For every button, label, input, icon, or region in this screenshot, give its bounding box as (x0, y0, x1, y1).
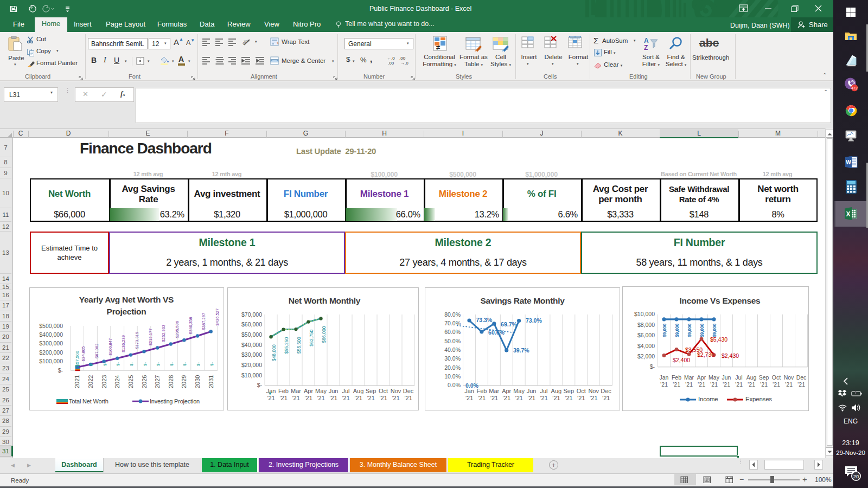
svg-text:$10,000: $10,000 (634, 311, 655, 317)
svg-text:$2,430: $2,430 (722, 352, 739, 359)
svg-text:80.0%: 80.0% (444, 311, 461, 318)
svg-text:Oct: Oct (772, 374, 781, 381)
svg-text:’21: ’21 (279, 395, 288, 401)
svg-text:’21: ’21 (565, 395, 573, 401)
svg-text:$252,903: $252,903 (161, 325, 166, 342)
svg-text:$500,000: $500,000 (39, 323, 63, 329)
svg-text:2021: 2021 (74, 375, 80, 388)
svg-text:$-: $- (143, 362, 148, 366)
svg-text:$55,500: $55,500 (296, 337, 302, 354)
svg-text:Oct: Oct (577, 388, 586, 394)
svg-text:’21: ’21 (515, 395, 523, 401)
svg-text:’21: ’21 (785, 381, 793, 388)
svg-text:Dec: Dec (403, 388, 414, 394)
svg-text:Sep: Sep (564, 388, 575, 394)
svg-text:Aug: Aug (551, 388, 562, 394)
svg-text:Nov: Nov (784, 374, 794, 381)
svg-text:60.6%: 60.6% (488, 329, 505, 336)
svg-text:’21: ’21 (590, 395, 598, 401)
svg-text:2031: 2031 (208, 375, 214, 388)
svg-text:Nov: Nov (391, 388, 401, 394)
svg-text:May: May (513, 388, 525, 394)
svg-text:$50,000: $50,000 (241, 331, 262, 338)
svg-text:73.0%: 73.0% (526, 317, 542, 324)
svg-text:Savings Rate Monthly: Savings Rate Monthly (480, 296, 565, 305)
svg-text:$340,358: $340,358 (188, 317, 193, 335)
svg-text:Jun: Jun (722, 374, 731, 381)
svg-text:$200,000: $200,000 (39, 349, 63, 356)
svg-text:20: 20 (853, 473, 859, 479)
svg-text:Mar: Mar (684, 374, 694, 381)
svg-text:$9,000: $9,000 (687, 323, 692, 337)
svg-text:$100,847: $100,847 (108, 338, 113, 356)
svg-text:60.0%: 60.0% (444, 329, 461, 335)
svg-text:Jul: Jul (540, 388, 547, 394)
svg-text:$387,297: $387,297 (201, 313, 206, 330)
svg-text:2025: 2025 (127, 375, 134, 388)
svg-text:50.0%: 50.0% (444, 338, 461, 344)
svg-text:Apr: Apr (304, 388, 313, 394)
svg-text:’21: ’21 (660, 381, 668, 388)
svg-text:’21: ’21 (329, 395, 337, 401)
svg-text:$9,000: $9,000 (675, 323, 680, 337)
svg-text:Income Vs Expenses: Income Vs Expenses (680, 296, 761, 305)
svg-text:Nov: Nov (588, 388, 599, 394)
svg-text:2027: 2027 (154, 375, 161, 388)
svg-text:Jun: Jun (329, 388, 339, 394)
svg-text:Investing Projection: Investing Projection (150, 398, 200, 404)
svg-text:Apr: Apr (502, 388, 511, 394)
svg-text:$10,000: $10,000 (241, 372, 262, 378)
svg-text:’21: ’21 (773, 381, 780, 388)
svg-text:$295,596: $295,596 (175, 321, 180, 338)
svg-text:’21: ’21 (317, 395, 325, 401)
svg-text:$-: $- (116, 362, 120, 366)
svg-text:$4,000: $4,000 (637, 343, 655, 349)
svg-text:2030: 2030 (194, 375, 201, 388)
svg-text:Net Worth Monthly: Net Worth Monthly (289, 296, 361, 305)
svg-text:Dec: Dec (601, 388, 611, 394)
svg-text:Feb: Feb (278, 388, 289, 394)
svg-text:Jul: Jul (342, 388, 349, 394)
svg-text:$30,000: $30,000 (241, 351, 262, 358)
svg-text:✱: ✱ (269, 391, 272, 395)
svg-text:Jan: Jan (660, 374, 669, 381)
svg-text:$9,000: $9,000 (700, 323, 705, 337)
svg-text:$57,500: $57,500 (75, 351, 80, 367)
svg-text:$300,000: $300,000 (39, 340, 63, 346)
svg-text:10.0%: 10.0% (444, 373, 461, 380)
svg-text:Feb: Feb (672, 374, 681, 381)
svg-text:2024: 2024 (114, 375, 120, 388)
svg-text:’21: ’21 (723, 381, 730, 388)
svg-text:’21: ’21 (735, 381, 743, 388)
svg-text:’21: ’21 (502, 395, 510, 401)
svg-text:$-: $- (196, 362, 201, 366)
svg-text:Oct: Oct (379, 388, 388, 394)
svg-text:’21: ’21 (292, 395, 300, 401)
svg-text:Dec: Dec (796, 374, 807, 381)
svg-text:20.0%: 20.0% (444, 364, 461, 371)
svg-text:$-: $- (103, 362, 107, 366)
svg-text:$9,000: $9,000 (712, 323, 717, 337)
svg-text:Total Net Worth: Total Net Worth (69, 398, 108, 404)
svg-text:$-: $- (156, 362, 161, 366)
svg-text:39.7%: 39.7% (513, 347, 529, 354)
svg-text:2029: 2029 (181, 375, 187, 388)
svg-text:W: W (846, 159, 851, 165)
svg-text:$62,750: $62,750 (309, 329, 314, 346)
svg-text:’21: ’21 (710, 381, 718, 388)
svg-text:Mar: Mar (291, 388, 301, 394)
svg-text:2026: 2026 (141, 375, 148, 388)
svg-text:$8,000: $8,000 (637, 322, 655, 328)
svg-text:$67,062: $67,062 (94, 344, 99, 358)
svg-text:2023: 2023 (101, 375, 107, 388)
svg-text:$2,730: $2,730 (697, 351, 714, 358)
svg-text:$-: $- (257, 382, 263, 388)
svg-text:$2,400: $2,400 (673, 357, 690, 363)
svg-text:’21: ’21 (379, 395, 387, 401)
svg-text:30.0%: 30.0% (444, 355, 461, 362)
svg-text:$9,000: $9,000 (662, 323, 667, 337)
svg-text:’21: ’21 (404, 395, 412, 401)
svg-text:’21: ’21 (685, 381, 693, 388)
svg-text:2022: 2022 (87, 375, 94, 388)
svg-text:$-: $- (209, 362, 214, 366)
